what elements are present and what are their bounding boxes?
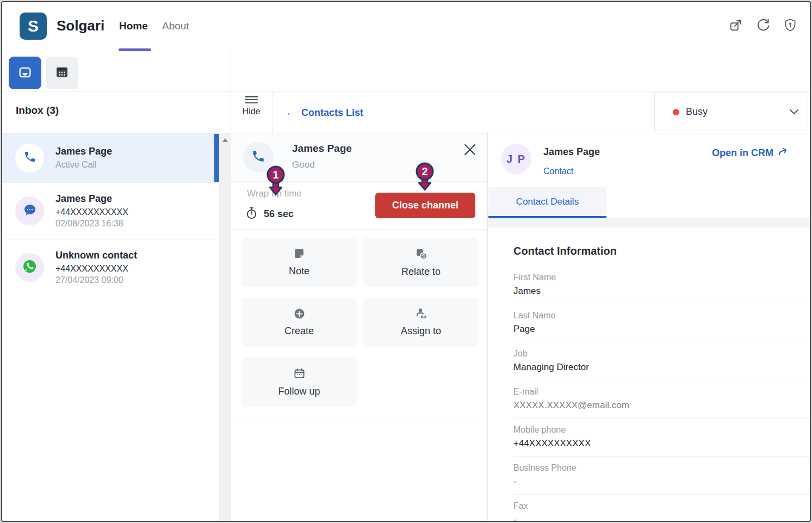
shield-permissions-icon[interactable] xyxy=(783,17,798,33)
phone-icon xyxy=(251,149,265,165)
inbox-item-active-call[interactable]: James Page Active Call xyxy=(2,133,219,182)
logo-letter: S xyxy=(28,17,39,35)
tile-label: Follow up xyxy=(278,386,320,397)
tile-label: Create xyxy=(284,325,314,337)
inbox-view-button[interactable] xyxy=(9,57,41,89)
note-button[interactable]: Note xyxy=(241,238,357,287)
field-fax: Fax - xyxy=(513,495,810,521)
refresh-icon[interactable] xyxy=(755,17,771,33)
window-controls xyxy=(728,17,798,33)
stopwatch-icon xyxy=(245,206,258,222)
avatar xyxy=(15,144,44,173)
initials-text: J P xyxy=(506,153,526,165)
sentiment-label: Good xyxy=(292,159,315,170)
tile-label: Relate to xyxy=(401,266,441,278)
channel-panel: James Page Good Wrap up time 56 sec Clos… xyxy=(231,133,488,521)
phone-number: +44XXXXXXXXXX xyxy=(55,207,128,217)
inbox-item-whatsapp[interactable]: Unknown contact +44XXXXXXXXXX 27/04/2023… xyxy=(2,239,219,296)
channel-bottom-divider xyxy=(231,417,487,417)
tab-about[interactable]: About xyxy=(162,20,189,32)
field-label: Mobile phone xyxy=(513,425,810,435)
channel-contact-name: James Page xyxy=(292,143,352,155)
field-value: +44XXXXXXXXXX xyxy=(513,438,810,449)
field-value: James xyxy=(513,286,810,297)
header-row-top-divider xyxy=(2,91,810,91)
close-panel-button[interactable] xyxy=(461,141,479,159)
hide-label: Hide xyxy=(243,107,261,116)
channel-header: James Page Good xyxy=(231,133,487,182)
create-plus-icon xyxy=(294,308,305,321)
field-label: Job xyxy=(513,349,810,359)
tile-label: Assign to xyxy=(401,325,441,337)
relate-icon xyxy=(415,248,427,262)
inbox-list: James Page Active Call James Page +44XXX… xyxy=(2,133,219,521)
inbox-item-sms[interactable]: James Page +44XXXXXXXXXX 02/08/2023 16:3… xyxy=(2,182,219,239)
inbox-item-text: Unknown contact +44XXXXXXXXXX 27/04/2023… xyxy=(55,250,137,285)
field-value: - xyxy=(513,476,810,487)
back-link-label: Contacts List xyxy=(301,107,363,119)
tab-contact-details[interactable]: Contact Details xyxy=(488,187,606,218)
popout-icon[interactable] xyxy=(728,17,743,33)
phone-number: +44XXXXXXXXXX xyxy=(55,264,137,274)
back-to-contacts-link[interactable]: ← Contacts List xyxy=(286,107,363,119)
field-label: Last Name xyxy=(513,311,810,321)
app-window: S Solgari Home About xyxy=(1,1,811,522)
close-channel-button[interactable]: Close channel xyxy=(375,193,475,218)
create-button[interactable]: Create xyxy=(241,298,357,347)
follow-up-button[interactable]: Follow up xyxy=(241,358,357,407)
avatar xyxy=(243,142,274,173)
contact-name: James Page xyxy=(55,146,112,157)
close-icon xyxy=(462,151,478,159)
field-value: - xyxy=(513,514,810,521)
app-logo: S xyxy=(20,13,47,40)
chat-icon xyxy=(23,203,37,219)
contact-type-link[interactable]: Contact xyxy=(543,167,573,176)
field-label: First Name xyxy=(513,273,810,282)
inbox-tray-icon xyxy=(17,65,33,82)
relate-to-button[interactable]: Relate to xyxy=(363,238,479,287)
assign-icon xyxy=(414,307,427,321)
field-label: Business Phone xyxy=(513,463,810,473)
wrapup-timer: 56 sec xyxy=(245,206,294,222)
app-title: Solgari xyxy=(57,17,104,34)
field-last-name: Last Name Page xyxy=(513,304,810,342)
contact-name: James Page xyxy=(55,193,128,205)
presence-dropdown[interactable]: Busy xyxy=(654,93,808,131)
dialpad-icon xyxy=(55,65,69,81)
hide-panel-button[interactable]: Hide xyxy=(238,96,265,127)
contact-panel: J P James Page Contact Open in CRM Conta… xyxy=(488,133,810,521)
tab-content-gap xyxy=(488,218,810,227)
field-value: Page xyxy=(513,324,810,335)
inbox-item-text: James Page Active Call xyxy=(55,146,112,170)
presence-status-label: Busy xyxy=(686,106,708,118)
followup-calendar-icon xyxy=(293,367,306,382)
dialpad-view-button[interactable] xyxy=(46,57,78,89)
active-tab-underline xyxy=(119,48,151,51)
wrapup-seconds: 56 sec xyxy=(264,208,294,220)
open-in-crm-link[interactable]: Open in CRM xyxy=(712,147,788,159)
inbox-item-text: James Page +44XXXXXXXXXX 02/08/2023 16:3… xyxy=(55,193,128,229)
avatar xyxy=(15,196,44,225)
hide-divider xyxy=(272,91,272,133)
field-label: Fax xyxy=(513,501,810,511)
field-mobile-phone: Mobile phone +44XXXXXXXXXX xyxy=(513,419,810,457)
scroll-up-caret-icon xyxy=(222,138,228,142)
field-email: E-mail XXXXX.XXXXX@email.com xyxy=(513,380,810,419)
section-title: Contact Information xyxy=(513,245,810,257)
busy-status-dot xyxy=(673,109,679,115)
field-value: XXXXX.XXXXX@email.com xyxy=(513,400,810,411)
inbox-scrollbar[interactable] xyxy=(219,133,231,521)
timestamp: 27/04/2023 09:00 xyxy=(55,275,137,285)
avatar xyxy=(15,253,44,282)
avatar-initials: J P xyxy=(501,144,531,174)
item-status: Active Call xyxy=(55,160,112,170)
contact-information-card: Contact Information First Name James Las… xyxy=(513,227,810,521)
whatsapp-icon xyxy=(22,259,37,276)
assign-to-button[interactable]: Assign to xyxy=(363,298,479,347)
field-first-name: First Name James xyxy=(513,266,810,304)
wrapup-label: Wrap up time xyxy=(247,188,302,199)
field-label: E-mail xyxy=(513,387,810,397)
contact-tabs: Contact Details xyxy=(488,187,810,218)
tab-home[interactable]: Home xyxy=(119,20,148,32)
note-icon xyxy=(293,248,305,261)
